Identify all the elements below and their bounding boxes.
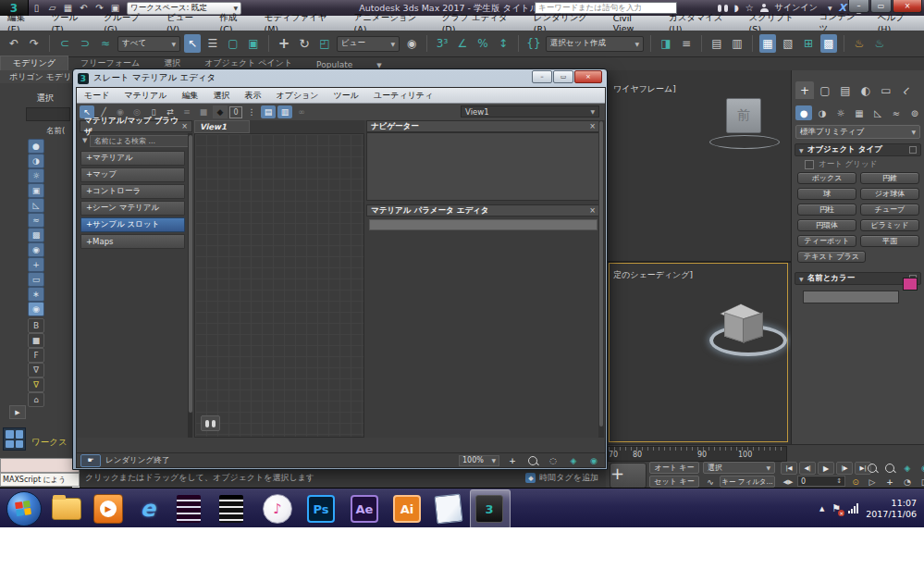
key-mode-toggle-icon[interactable]: ◀▶ (781, 476, 795, 488)
unlink-selection-icon[interactable]: ⊃ (77, 34, 93, 53)
select-by-name-icon[interactable]: ☰ (204, 34, 221, 53)
editor-menu-edit[interactable]: 編集 (174, 90, 205, 102)
container-icon[interactable]: ⌂ (28, 392, 44, 407)
taskbar-3dsmax-active[interactable]: 3 (474, 493, 505, 525)
browser-close-icon[interactable]: × (181, 122, 188, 130)
editor-pan-icon[interactable]: + (505, 454, 520, 466)
scene-explorer-name-column[interactable]: 名前( (46, 126, 65, 137)
set-keys-button[interactable]: + (610, 463, 647, 489)
sort-icon[interactable]: ⋮ (244, 105, 259, 118)
angle-snap-icon[interactable]: ∠ (454, 34, 471, 53)
rectangular-selection-region-icon[interactable]: ▢ (225, 34, 241, 53)
editor-zoom-dropdown[interactable]: 100% ▼ (459, 455, 499, 466)
viewport-bottom-label[interactable]: 定のシェーディング] (613, 269, 693, 281)
display-hidden-eye-icon[interactable]: ◉ (28, 302, 44, 316)
zoom-all-icon[interactable] (882, 462, 897, 474)
button-cylinder[interactable]: 円柱 (797, 204, 856, 216)
editor-maximize-button[interactable]: ▭ (553, 70, 573, 83)
show-end-result-icon[interactable]: 0 (229, 106, 242, 118)
taskbar-internet-explorer[interactable]: e (132, 493, 164, 525)
signin-person-icon[interactable] (760, 4, 769, 12)
scene-explorer-search-field[interactable] (26, 107, 70, 121)
time-configuration-icon[interactable]: ⊙ (848, 476, 863, 488)
editor-zoom-extents-icon[interactable]: ◈ (566, 454, 581, 466)
auto-key-button[interactable]: オート キー (649, 462, 699, 474)
add-time-tag[interactable]: ◆ 時間タグを追加 (525, 472, 598, 484)
window-crossing-icon[interactable]: ▣ (245, 34, 262, 53)
maxscript-listener-label[interactable]: MAXScript によう (0, 473, 80, 487)
taskbar-illustrator[interactable]: Ai (391, 493, 423, 525)
tab-create-icon[interactable]: + (795, 81, 814, 99)
close-button[interactable]: × (893, 0, 922, 13)
go-to-start-icon[interactable]: |◀ (781, 462, 797, 475)
sort-by-square-icon[interactable]: ■ (28, 333, 44, 348)
display-cameras-icon[interactable]: ▣ (28, 183, 44, 198)
editor-zoom-icon[interactable] (525, 454, 540, 466)
zoom-extents-all-icon[interactable]: ◉ (918, 462, 924, 474)
node-view-canvas[interactable] (194, 133, 364, 438)
maxscript-mini-listener[interactable] (0, 458, 80, 473)
slate-material-editor-icon[interactable]: ▩ (820, 34, 837, 53)
view-search-binoculars-icon[interactable] (201, 415, 220, 431)
field-of-view-icon[interactable]: ▷ (865, 476, 880, 488)
taskbar-after-effects[interactable]: Ae (349, 493, 380, 525)
bind-space-warp-icon[interactable]: ≈ (97, 34, 114, 53)
button-pyramid[interactable]: ピラミッド (860, 219, 919, 231)
maximize-button[interactable]: ▭ (870, 0, 892, 13)
ribbon-tab-modeling[interactable]: モデリング (0, 56, 68, 70)
button-box[interactable]: ボックス (797, 172, 856, 184)
category-scene-materials[interactable]: +シーン マテリアル (80, 201, 185, 216)
layer-manager-icon[interactable]: ▤ (708, 34, 725, 53)
selection-filter-dropdown[interactable]: すべて ▼ (117, 36, 180, 52)
editor-pan-hand-icon[interactable]: ☛ (80, 454, 101, 467)
button-geosphere[interactable]: ジオ球体 (860, 188, 919, 200)
button-cone[interactable]: 円錐 (860, 172, 919, 184)
taskbar-explorer[interactable] (51, 493, 82, 525)
taskbar-media-player[interactable]: ▶ (92, 493, 124, 525)
editor-vertical-scrollbar[interactable] (598, 120, 604, 438)
pan-view-icon[interactable]: + (882, 476, 897, 488)
create-space-warps-icon[interactable]: ≈ (888, 105, 905, 120)
tray-expand-icon[interactable]: ▲ (819, 505, 824, 513)
editor-zoom-region-icon[interactable]: ◌ (546, 454, 561, 466)
select-and-rotate-icon[interactable]: ↻ (296, 34, 313, 53)
viewcube-front[interactable]: 前 (726, 98, 761, 133)
category-maps[interactable]: +マップ (80, 167, 185, 182)
create-shapes-icon[interactable]: ◑ (814, 105, 831, 120)
autogrid-checkbox[interactable] (805, 160, 814, 169)
taskbar-clock[interactable]: 11:07 2017/11/06 (866, 498, 920, 520)
browser-search-dropdown-icon[interactable]: ▼ (82, 137, 87, 144)
create-lights-icon[interactable]: ☼ (832, 105, 849, 120)
editor-menu-material[interactable]: マテリアル (117, 90, 174, 102)
action-center-flag-icon[interactable]: ⚑ (832, 502, 841, 514)
viewport-layout-tabs-icon[interactable] (3, 427, 26, 451)
tab-utilities-icon[interactable]: ⌐ (893, 78, 919, 104)
expand-panel-icon[interactable]: ▶ (9, 405, 26, 419)
keyable-filter-dropdown[interactable]: 選択 ▼ (703, 462, 775, 474)
use-center-icon[interactable]: ◉ (403, 34, 420, 53)
display-containers-icon[interactable]: ▭ (28, 272, 44, 287)
spinner-snap-icon[interactable]: ↕ (495, 34, 511, 53)
undo-icon[interactable]: ↶ (6, 34, 22, 53)
network-signal-icon[interactable] (848, 503, 858, 513)
layout-children-icon[interactable]: ▥ (277, 105, 292, 118)
editor-zoom-extents-selected-icon[interactable]: ◉ (586, 454, 601, 466)
show-maps-icon[interactable]: ◆ (213, 105, 228, 118)
tab-modify-icon[interactable]: ▢ (816, 81, 834, 99)
schematic-view-icon[interactable]: ▧ (780, 34, 796, 53)
editor-close-button[interactable]: × (574, 70, 602, 83)
browser-scrollbar[interactable] (188, 133, 192, 438)
editor-menu-view[interactable]: 表示 (237, 90, 268, 102)
button-sphere[interactable]: 球 (797, 188, 856, 200)
sort-by-letter-icon[interactable]: B (28, 318, 44, 333)
current-frame-field[interactable]: 0 ↕ (797, 476, 845, 487)
category-maps-en[interactable]: +Maps (80, 234, 185, 249)
layout-all-vertical-icon[interactable]: ▤ (261, 105, 276, 118)
editor-menu-utilities[interactable]: ユーティリティ (366, 90, 440, 102)
play-icon[interactable]: ▶ (818, 462, 834, 475)
zoom-icon[interactable] (865, 462, 880, 474)
viewport-active-perspective[interactable]: 定のシェーディング] (609, 263, 788, 442)
select-object-icon[interactable]: ↖ (184, 34, 201, 53)
hide-unused-nodeslots-icon[interactable]: ≡ (179, 105, 194, 118)
orbit-icon[interactable]: ◔ (900, 476, 915, 488)
